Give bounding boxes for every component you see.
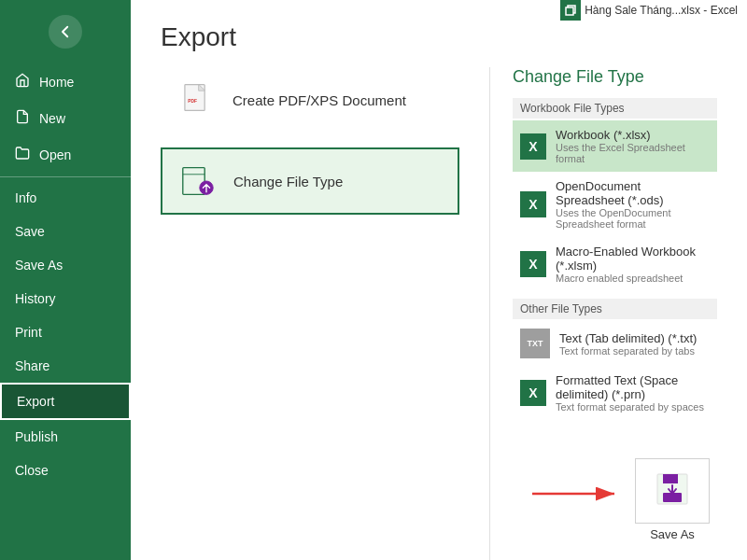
file-type-xlsm[interactable]: X Macro-Enabled Workbook (*.xlsm) Macro … xyxy=(513,237,717,291)
sidebar-new-label: New xyxy=(39,111,65,126)
sidebar-info-label: Info xyxy=(15,190,36,205)
ods-icon: X xyxy=(520,191,546,217)
xlsx-name: Workbook (*.xlsx) xyxy=(556,128,710,142)
sidebar-item-open[interactable]: Open xyxy=(0,136,131,173)
txt-name: Text (Tab delimited) (*.txt) xyxy=(559,331,710,345)
file-type-xlsx[interactable]: X Workbook (*.xlsx) Uses the Excel Sprea… xyxy=(513,120,717,172)
svg-rect-0 xyxy=(566,7,573,15)
create-pdf-label: Create PDF/XPS Document xyxy=(233,92,406,108)
title-bar: Hàng Sale Tháng...xlsx - Excel xyxy=(560,0,747,21)
change-file-type-option[interactable]: Change File Type xyxy=(161,147,459,215)
right-panel-title: Change File Type xyxy=(513,67,717,87)
prn-name: Formatted Text (Space delimited) (*.prn) xyxy=(556,373,710,401)
sidebar-item-new[interactable]: New xyxy=(0,100,131,136)
workbook-section-label: Workbook File Types xyxy=(513,98,717,119)
sidebar-share-label: Share xyxy=(15,358,49,373)
home-icon xyxy=(15,73,30,91)
back-button[interactable] xyxy=(49,15,82,49)
svg-text:PDF: PDF xyxy=(188,99,197,104)
save-as-button[interactable] xyxy=(635,458,710,524)
prn-info: Formatted Text (Space delimited) (*.prn)… xyxy=(556,373,710,413)
xlsx-desc: Uses the Excel Spreadsheet format xyxy=(556,142,710,164)
xlsx-icon: X xyxy=(520,133,546,160)
txt-icon: TXT xyxy=(520,329,550,358)
save-as-container: Save As xyxy=(635,458,710,541)
txt-info: Text (Tab delimited) (*.txt) Text format… xyxy=(559,331,710,357)
save-as-label: Save As xyxy=(650,527,695,541)
prn-desc: Text format separated by spaces xyxy=(556,401,710,413)
restore-button[interactable] xyxy=(560,0,581,21)
new-icon xyxy=(15,109,30,127)
sidebar-item-save[interactable]: Save xyxy=(0,215,131,248)
xlsm-name: Macro-Enabled Workbook (*.xlsm) xyxy=(556,245,710,273)
pdf-icon: PDF xyxy=(176,79,218,120)
file-type-txt[interactable]: TXT Text (Tab delimited) (*.txt) Text fo… xyxy=(513,321,717,366)
sidebar-item-share[interactable]: Share xyxy=(0,349,131,383)
sidebar-item-publish[interactable]: Publish xyxy=(0,420,131,454)
sidebar-history-label: History xyxy=(15,291,56,306)
ods-name: OpenDocument Spreadsheet (*.ods) xyxy=(556,179,710,207)
sidebar-item-close[interactable]: Close xyxy=(0,454,131,487)
other-section-label: Other File Types xyxy=(513,299,717,319)
sidebar-save-label: Save xyxy=(15,224,45,239)
sidebar-print-label: Print xyxy=(15,325,42,340)
xlsx-info: Workbook (*.xlsx) Uses the Excel Spreads… xyxy=(556,128,710,164)
create-pdf-option[interactable]: PDF Create PDF/XPS Document xyxy=(161,67,459,133)
sidebar-home-label: Home xyxy=(39,75,74,90)
sidebar-close-label: Close xyxy=(15,463,49,478)
ods-info: OpenDocument Spreadsheet (*.ods) Uses th… xyxy=(556,179,710,230)
ods-desc: Uses the OpenDocument Spreadsheet format xyxy=(556,207,710,230)
change-file-type-label: Change File Type xyxy=(233,174,343,189)
sidebar-item-export[interactable]: Export xyxy=(0,383,131,420)
arrow-indicator xyxy=(532,480,626,511)
sidebar-save-as-label: Save As xyxy=(15,258,63,273)
title-text: Hàng Sale Tháng...xlsx - Excel xyxy=(585,4,738,17)
sidebar-item-print[interactable]: Print xyxy=(0,315,131,349)
left-options: PDF Create PDF/XPS Document Change File … xyxy=(161,67,459,560)
sidebar-export-label: Export xyxy=(17,394,54,409)
sidebar: Home New Open Info Save Save As History … xyxy=(0,0,131,560)
sidebar-open-label: Open xyxy=(39,147,71,162)
xlsm-desc: Macro enabled spreadsheet xyxy=(556,273,710,284)
sidebar-publish-label: Publish xyxy=(15,429,58,444)
save-as-btn-icon xyxy=(655,472,689,510)
xlsm-icon: X xyxy=(520,251,546,277)
sidebar-item-info[interactable]: Info xyxy=(0,181,131,215)
prn-icon: X xyxy=(520,380,546,406)
sidebar-item-home[interactable]: Home xyxy=(0,63,131,100)
file-type-ods[interactable]: X OpenDocument Spreadsheet (*.ods) Uses … xyxy=(513,172,717,237)
open-icon xyxy=(15,146,30,163)
change-file-type-icon xyxy=(177,161,218,202)
sidebar-item-history[interactable]: History xyxy=(0,282,131,315)
sidebar-item-save-as[interactable]: Save As xyxy=(0,248,131,282)
xlsm-info: Macro-Enabled Workbook (*.xlsm) Macro en… xyxy=(556,245,710,284)
svg-rect-6 xyxy=(663,474,678,483)
divider-1 xyxy=(0,176,131,177)
file-type-prn[interactable]: X Formatted Text (Space delimited) (*.pr… xyxy=(513,366,717,420)
txt-desc: Text format separated by tabs xyxy=(559,345,710,357)
